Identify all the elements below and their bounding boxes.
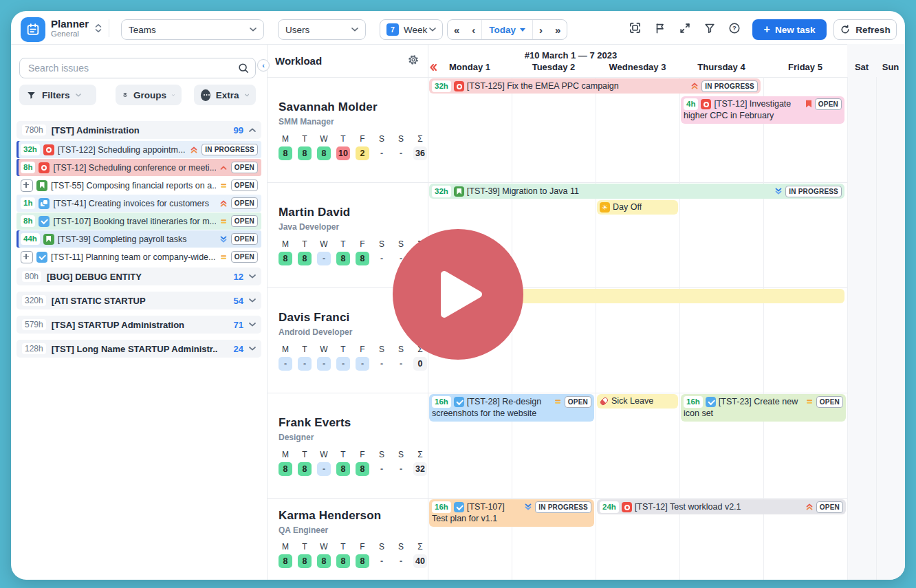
person-card[interactable]: Karma Henderson QA Engineer MTWTFSSΣ 888… [279, 509, 427, 568]
video-play-button[interactable] [393, 229, 523, 360]
users-select[interactable]: Users [278, 19, 366, 40]
day-hours-cell: 8 [336, 554, 350, 568]
bug-icon [454, 81, 464, 91]
today-button[interactable]: Today [482, 25, 532, 35]
teams-select[interactable]: Teams [121, 19, 264, 40]
project-group-header[interactable]: 80h [BUG] DEBUG ENTITY 12 [17, 268, 261, 285]
priority-major-icon [219, 164, 228, 172]
task-row[interactable]: [TST-11] Planning team or company-wide..… [17, 248, 261, 265]
chevron-down-icon[interactable] [249, 274, 256, 279]
day-off-event[interactable]: ☀ Day Off [597, 200, 678, 215]
day-letter: M [279, 134, 292, 144]
chevron-down-icon[interactable] [249, 323, 256, 327]
nav-first-button[interactable]: « [448, 20, 466, 39]
event-card[interactable]: 4h [TST-12] Investigate OPEN higher CPC … [681, 96, 844, 124]
day-header: Sat [847, 62, 876, 72]
task-row[interactable]: 1h [TST-41] Creating invoices for custom… [17, 195, 261, 212]
day-hours-cell: - [356, 357, 369, 371]
filters-button[interactable]: Filters [19, 85, 96, 105]
nav-next-button[interactable]: › [533, 20, 549, 39]
svg-text:?: ? [732, 24, 737, 32]
day-hours-cell: 32 [413, 462, 427, 476]
refresh-icon [840, 24, 851, 35]
day-letters: MTWTFSSΣ [279, 345, 427, 354]
day-hours-cell: - [336, 357, 350, 371]
filter-icon[interactable] [703, 21, 716, 34]
search-input[interactable] [27, 62, 237, 74]
refresh-button[interactable]: Refresh [833, 19, 897, 40]
nav-last-button[interactable]: » [549, 20, 567, 39]
day-letter: F [356, 450, 369, 459]
priority-critical-icon [690, 82, 699, 90]
help-icon[interactable]: ? [728, 21, 741, 34]
day-hours-cell: 8 [298, 146, 312, 160]
project-group-header[interactable]: 128h [TST] Long Name STARTUP Administr..… [17, 340, 261, 358]
task-icon [706, 397, 716, 407]
project-group-header[interactable]: 320h [ATI STATIC STARTUP 54 [17, 292, 261, 309]
search-issues-field[interactable] [19, 58, 256, 78]
priority-normal-icon [805, 398, 814, 406]
fullscreen-icon[interactable] [678, 21, 691, 34]
day-header: Monday 1 [428, 62, 512, 72]
plus-icon: + [764, 24, 770, 35]
focus-mode-icon[interactable] [629, 21, 642, 34]
app-subtitle: General [51, 30, 79, 38]
task-row[interactable]: [TST-55] Composing financial reports on … [17, 177, 261, 194]
day-hours-cell: 8 [336, 462, 350, 476]
expand-plus-icon[interactable] [21, 251, 33, 263]
expand-plus-icon[interactable] [21, 179, 33, 192]
event-card[interactable]: 32h [TST-39] Migration to Java 11 IN PRO… [429, 184, 844, 199]
sidebar-collapse-button[interactable]: ‹ [257, 59, 270, 72]
week-calendar-icon: 7 [386, 23, 399, 36]
day-letter: S [394, 450, 408, 459]
flag-icon[interactable] [653, 21, 666, 34]
priority-normal-icon [554, 398, 562, 406]
day-letters: MTWTFSSΣ [279, 542, 427, 552]
chevron-down-icon[interactable] [520, 28, 525, 32]
day-letter: F [356, 542, 369, 552]
day-letter: F [356, 345, 369, 354]
day-values: 888102--36 [279, 146, 427, 160]
project-group-header[interactable]: 780h [TST] Administration 99 [17, 121, 261, 139]
workload-settings-icon[interactable] [407, 54, 419, 66]
groups-button[interactable]: Groups [116, 85, 182, 105]
task-row[interactable]: 32h [TST-122] Scheduling appointm... IN … [17, 141, 261, 158]
event-card[interactable]: 16h [TST-107] IN PROGRESS Test plan for … [429, 499, 594, 527]
bug-icon [43, 144, 54, 155]
sick-leave-event[interactable]: Sick Leave [597, 394, 678, 409]
task-row[interactable]: 44h [TST-39] Completing payroll tasks OP… [17, 230, 261, 248]
zoom-select-week[interactable]: 7 Week [380, 19, 443, 40]
day-letter: M [279, 450, 292, 459]
row-divider [268, 182, 905, 183]
day-hours-cell: 8 [356, 554, 369, 568]
chevron-down-icon[interactable] [249, 347, 256, 351]
priority-minor-icon [219, 235, 228, 243]
chevron-down-icon [429, 28, 436, 32]
event-card[interactable]: 16h [TST-28] Re-design OPEN screenshots … [429, 394, 594, 422]
status-badge: OPEN [231, 162, 258, 173]
project-group-header[interactable]: 579h [TSA] STARTUP Administration 71 [17, 316, 261, 334]
day-letter: F [356, 239, 369, 249]
extra-button[interactable]: Extra [194, 85, 256, 105]
event-card[interactable]: 16h [TST-23] Create new OPEN icon set [681, 394, 846, 422]
day-values: 88888--40 [279, 554, 427, 568]
chevron-down-icon[interactable] [249, 298, 256, 303]
board-switcher-icon[interactable] [95, 23, 102, 33]
nav-prev-button[interactable]: ‹ [466, 20, 481, 39]
day-hours-cell: 8 [279, 146, 292, 160]
day-hours-cell: - [394, 554, 408, 568]
row-divider [268, 498, 905, 499]
feature-icon [454, 186, 464, 197]
chevron-down-icon [351, 28, 358, 32]
day-letter: M [279, 345, 292, 354]
new-task-button[interactable]: + New task [752, 19, 827, 40]
chevron-up-icon[interactable] [249, 128, 256, 132]
day-hours-cell: 8 [279, 554, 292, 568]
event-card[interactable]: 24h [TST-12] Test workload v2.1 OPEN [597, 499, 846, 514]
person-card[interactable]: Savannah Molder SMM Manager MTWTFSSΣ 888… [279, 100, 427, 160]
event-card[interactable]: 32h [TST-125] Fix the EMEA PPC campaign … [429, 78, 761, 94]
person-card[interactable]: Frank Everts Designer MTWTFSSΣ 88-88--32 [279, 416, 427, 476]
day-hours-cell: 8 [356, 252, 369, 265]
task-row[interactable]: 8h [TST-12] Scheduling conference or mee… [17, 159, 261, 176]
task-row[interactable]: 8h [TST-107] Booking travel itineraries … [17, 213, 261, 230]
